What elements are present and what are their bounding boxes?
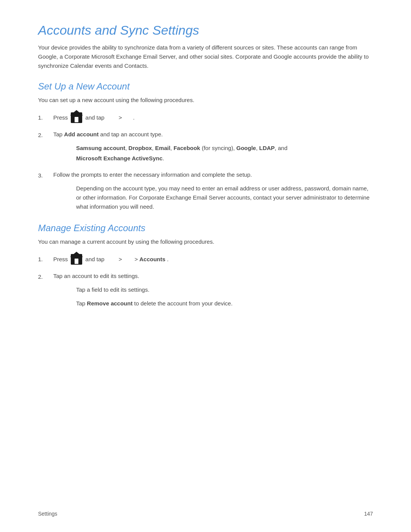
- section2-step2-content: Tap an account to edit its settings. Tap…: [53, 272, 373, 308]
- section2-period: .: [167, 255, 169, 264]
- comma2: ,: [152, 145, 155, 151]
- section2-step2-note1: Tap a field to edit its settings.: [53, 285, 373, 294]
- step2-add-account: Add account: [64, 131, 99, 137]
- section2-step1-inline: Press and tap > > Accounts.: [53, 254, 373, 265]
- and-text: , and: [275, 145, 287, 151]
- step1-number: 1.: [38, 112, 53, 122]
- home-icon-2: [71, 254, 82, 265]
- footer-left: Settings: [38, 511, 57, 517]
- step3-note: Depending on the account type, you may n…: [53, 184, 373, 211]
- section2-step1-content: Press and tap > > Accounts.: [53, 254, 373, 265]
- intro-text: Your device provides the ability to sync…: [38, 43, 373, 70]
- period1: .: [162, 155, 164, 161]
- section2-accounts-label: Accounts: [139, 255, 165, 264]
- step1-period: .: [124, 113, 135, 122]
- section2-step1-number: 1.: [38, 254, 53, 264]
- step1-content: Press and tap > .: [53, 112, 373, 123]
- section2-arrow1: >: [106, 255, 122, 264]
- ldap: LDAP: [259, 145, 275, 151]
- step1-and-tap: and tap: [85, 113, 104, 122]
- step2-text-post: and tap an account type.: [99, 131, 162, 137]
- remove-account-label: Remove account: [87, 300, 132, 307]
- step2-content: Tap Add account and tap an account type.…: [53, 130, 373, 163]
- facebook-note: (for syncing),: [200, 145, 236, 151]
- page: Accounts and Sync Settings Your device p…: [0, 0, 411, 532]
- section2-step2-number: 2.: [38, 272, 53, 281]
- step3-number: 3.: [38, 170, 53, 180]
- section2-step1: 1. Press and tap > > Accounts.: [38, 254, 373, 265]
- section2-arrow2: >: [135, 255, 138, 264]
- step1-arrow: >: [106, 113, 122, 122]
- section2-steps: 1. Press and tap > > Accounts. 2.: [38, 254, 373, 308]
- email: Email: [155, 145, 170, 151]
- step2-text-pre: Tap: [53, 131, 64, 137]
- comma3: ,: [170, 145, 174, 151]
- section1-intro: You can set up a new account using the f…: [38, 96, 373, 105]
- section2-step2: 2. Tap an account to edit its settings. …: [38, 272, 373, 308]
- section1-steps: 1. Press and tap > . 2. Tap Add acco: [38, 112, 373, 211]
- comma1: ,: [125, 145, 128, 151]
- step3-content: Follow the prompts to enter the necessar…: [53, 170, 373, 211]
- comma4: ,: [256, 145, 259, 151]
- dropbox: Dropbox: [129, 145, 152, 151]
- footer-right: 147: [364, 511, 373, 517]
- section2-step2-text: Tap an account to edit its settings.: [53, 273, 139, 279]
- samsung-account: Samsung account: [76, 145, 125, 151]
- step1-inline: Press and tap > .: [53, 112, 373, 123]
- section-setup-new-account: Set Up a New Account You can set up a ne…: [38, 81, 373, 211]
- section1-step1: 1. Press and tap > .: [38, 112, 373, 123]
- google: Google: [236, 145, 256, 151]
- section2-step2-note2: Tap Remove account to delete the account…: [53, 299, 373, 308]
- microsoft-exchange: Microsoft Exchange ActiveSync: [76, 155, 162, 161]
- section-manage-accounts: Manage Existing Accounts You can manage …: [38, 223, 373, 308]
- section1-title: Set Up a New Account: [38, 81, 373, 92]
- step1-press-text: Press: [53, 113, 68, 122]
- step2-number: 2.: [38, 130, 53, 140]
- facebook: Facebook: [174, 145, 200, 151]
- section2-and-tap: and tap: [85, 255, 104, 264]
- account-types: Samsung account, Dropbox, Email, Faceboo…: [53, 143, 373, 163]
- section2-spacer: [124, 255, 133, 264]
- section2-press-text: Press: [53, 255, 68, 264]
- section1-step2: 2. Tap Add account and tap an account ty…: [38, 130, 373, 163]
- section2-title: Manage Existing Accounts: [38, 223, 373, 233]
- page-title: Accounts and Sync Settings: [38, 23, 373, 38]
- section2-intro: You can manage a current account by usin…: [38, 237, 373, 246]
- section1-step3: 3. Follow the prompts to enter the neces…: [38, 170, 373, 211]
- step3-text: Follow the prompts to enter the necessar…: [53, 171, 252, 178]
- footer: Settings 147: [38, 511, 373, 517]
- home-icon-1: [71, 112, 82, 123]
